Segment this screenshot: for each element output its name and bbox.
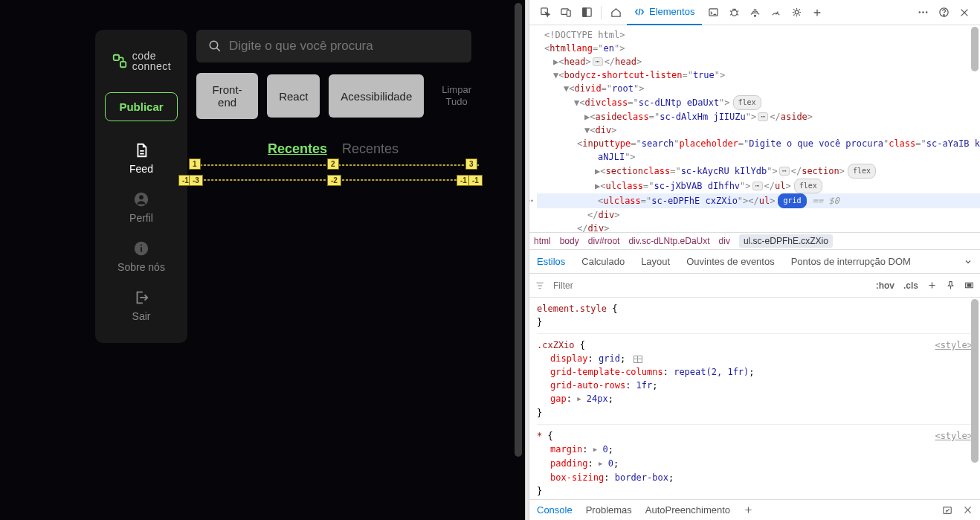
close-icon[interactable] (955, 3, 974, 22)
devtools-toolbar: Elementos (529, 0, 980, 25)
chip-acessibilidade[interactable]: Acessibilidade (329, 74, 424, 118)
crumb-selected[interactable]: ul.sc-eDPFhE.cxZXio (739, 234, 833, 248)
user-icon (133, 191, 149, 208)
clear-button[interactable]: Limpar Tudo (433, 84, 480, 107)
rendered-page: code connect Publicar Feed (0, 0, 525, 520)
svg-rect-12 (582, 8, 586, 16)
crumb[interactable]: div.sc-dLNtp.eDaUxt (628, 236, 709, 246)
svg-point-19 (925, 11, 926, 13)
styles-tab-estilos[interactable]: Estilos (537, 256, 565, 267)
sidebar-item-label: Sobre nós (117, 261, 165, 273)
grid-badge-neg: -3 (189, 175, 203, 186)
search-box[interactable] (196, 30, 471, 62)
svg-point-16 (795, 10, 799, 14)
logo-icon (112, 53, 128, 69)
styles-tab-calculado[interactable]: Calculado (581, 256, 625, 267)
svg-point-3 (139, 195, 144, 199)
rule-source-link[interactable]: <style> (935, 429, 973, 443)
sidebar-item-sair[interactable]: Sair (132, 289, 151, 322)
svg-rect-1 (120, 62, 126, 67)
publish-button[interactable]: Publicar (105, 92, 177, 121)
sidebar-item-label: Sair (132, 310, 151, 322)
dom-selected-node[interactable]: <ul class="sc-eDPFhE cxZXio"></ul>grid==… (537, 193, 980, 208)
svg-rect-6 (141, 245, 142, 246)
crumb[interactable]: html (534, 236, 551, 246)
close-drawer-icon[interactable] (963, 505, 973, 516)
search-input[interactable] (229, 39, 460, 54)
filter-icon (535, 281, 544, 290)
home-icon[interactable] (606, 3, 625, 22)
dom-scrollbar[interactable] (971, 27, 979, 71)
document-icon (133, 142, 149, 158)
hov-toggle[interactable]: :hov (876, 280, 894, 291)
plus-icon[interactable] (807, 3, 827, 22)
settings-icon[interactable] (787, 3, 806, 22)
logout-icon (133, 289, 149, 306)
tab-recentes-2[interactable]: Recentes (342, 141, 399, 157)
svg-rect-0 (113, 55, 118, 60)
tab-label: Elementos (649, 6, 694, 17)
dom-tree[interactable]: <!DOCTYPE html> <html lang="en"> ▶ <head… (529, 25, 980, 232)
sidebar-item-label: Feed (129, 163, 153, 175)
devtools-panel: Elementos <!DOCTYPE html> <html lang="en… (529, 0, 980, 520)
rule-source-link[interactable]: <style> (935, 338, 973, 352)
pin-icon[interactable] (946, 280, 955, 290)
filter-input[interactable] (553, 280, 620, 291)
grid-icon[interactable] (634, 356, 642, 363)
dock-icon[interactable] (577, 3, 596, 22)
grid-debug-overlay: 1 2 3 -1 -3 -2 -1 -1 (189, 164, 479, 191)
bug-icon[interactable] (724, 3, 744, 22)
rule-star: * {<style> margin: ▶ 0; padding: ▶ 0; bo… (537, 429, 973, 499)
chip-react[interactable]: React (267, 74, 320, 118)
sidebar-item-feed[interactable]: Feed (129, 142, 153, 175)
page-scrollbar[interactable] (515, 3, 522, 457)
chip-frontend[interactable]: Front-end (196, 73, 258, 119)
drawer-tab-console[interactable]: Console (537, 504, 573, 516)
sidebar-item-perfil[interactable]: Perfil (129, 191, 153, 224)
main-content: Front-end React Acessibilidade Limpar Tu… (196, 30, 525, 343)
chevron-down-icon[interactable] (964, 257, 973, 266)
svg-point-17 (918, 11, 920, 13)
styles-body[interactable]: element.style { } .cxZXio {<style> displ… (529, 298, 980, 499)
styles-tab-pontos[interactable]: Pontos de interrupção DOM (791, 256, 911, 267)
svg-rect-5 (141, 247, 142, 251)
network-icon[interactable] (745, 3, 764, 22)
sidebar-item-label: Perfil (129, 212, 153, 224)
styles-tabs: Estilos Calculado Layout Ouvintes de eve… (529, 250, 980, 274)
drawer-tab-problemas[interactable]: Problemas (586, 504, 632, 516)
performance-icon[interactable] (766, 3, 785, 22)
tab-elementos[interactable]: Elementos (627, 0, 702, 25)
box-icon[interactable] (964, 280, 974, 290)
styles-filter-bar: :hov .cls (529, 274, 980, 298)
drawer-tab-autopreench[interactable]: AutoPreenchimento (645, 504, 730, 516)
help-icon[interactable] (934, 3, 953, 22)
svg-point-15 (754, 15, 755, 16)
issues-icon[interactable] (942, 505, 952, 516)
drawer-tabs: Console Problemas AutoPreenchimento (529, 499, 980, 520)
styles-scrollbar[interactable] (971, 299, 979, 463)
cls-toggle[interactable]: .cls (903, 280, 918, 291)
crumb[interactable]: div (719, 236, 730, 246)
logo: code connect (112, 51, 172, 71)
crumb[interactable]: div#root (588, 236, 620, 246)
console-tab-icon[interactable] (703, 3, 723, 22)
svg-point-14 (732, 10, 738, 16)
svg-rect-24 (944, 507, 952, 513)
sidebar-item-sobre[interactable]: Sobre nós (117, 240, 165, 273)
plus-icon[interactable] (744, 505, 753, 515)
sort-tabs: Recentes Recentes (268, 141, 480, 157)
search-icon (208, 39, 222, 53)
sidebar: code connect Publicar Feed (95, 30, 187, 343)
device-icon[interactable] (556, 3, 576, 22)
rule-element-style: element.style { } (537, 302, 973, 334)
styles-tab-layout[interactable]: Layout (641, 256, 670, 267)
plus-icon[interactable] (927, 280, 937, 290)
styles-tab-ouvintes[interactable]: Ouvintes de eventos (686, 256, 775, 267)
more-icon[interactable] (913, 3, 932, 22)
grid-badge: 3 (465, 158, 477, 170)
inspect-icon[interactable] (535, 3, 555, 22)
crumb[interactable]: body (560, 236, 579, 246)
tab-recentes-1[interactable]: Recentes (268, 141, 327, 157)
info-icon (133, 240, 149, 257)
rule-cxZXio: .cxZXio {<style> display: grid; grid-tem… (537, 338, 973, 425)
